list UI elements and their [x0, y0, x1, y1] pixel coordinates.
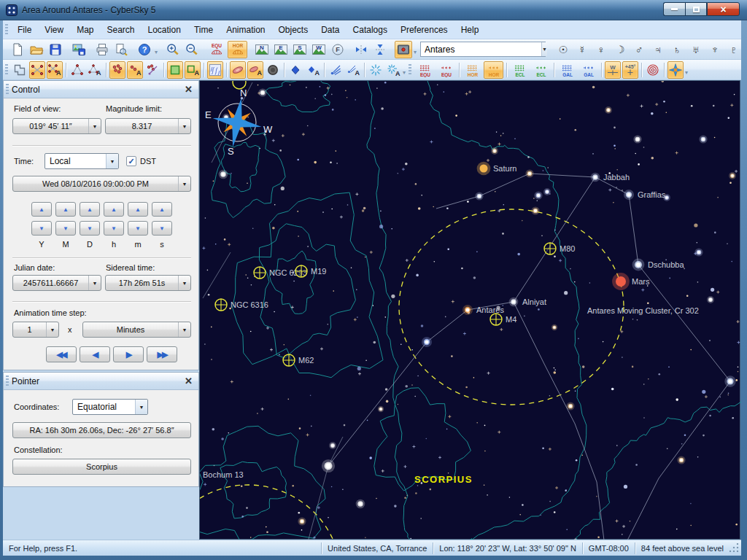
- equatorial-grid-icon[interactable]: EQU: [415, 61, 435, 79]
- spin-down-D[interactable]: ▼: [80, 221, 100, 236]
- step-forward-button[interactable]: ▶: [113, 346, 144, 362]
- horizon-mode-icon[interactable]: HOR: [228, 41, 247, 58]
- face-nadir-icon[interactable]: F: [329, 41, 347, 58]
- menu-item-animation[interactable]: Animation: [220, 22, 271, 38]
- spin-up-Y[interactable]: ▲: [31, 202, 52, 217]
- toolbar-grip[interactable]: [409, 64, 411, 76]
- flip-horizontal-icon[interactable]: [352, 41, 370, 58]
- spin-down-Y[interactable]: ▼: [31, 221, 52, 236]
- horizon-grid-icon[interactable]: HOR: [462, 61, 482, 79]
- pointer-panel-grip[interactable]: [6, 376, 9, 387]
- open-file-icon[interactable]: [28, 41, 45, 58]
- spin-down-M[interactable]: ▼: [55, 221, 76, 236]
- asterism-lines-icon[interactable]: [69, 61, 85, 79]
- menu-item-catalogs[interactable]: Catalogs: [347, 22, 394, 38]
- zoom-out-icon[interactable]: [183, 41, 201, 58]
- coordinates-combo[interactable]: Equatorial▼: [72, 399, 148, 415]
- track-object-icon[interactable]: [395, 41, 412, 58]
- cardinal-points-icon[interactable]: W: [605, 61, 621, 79]
- comet-labels-icon[interactable]: A: [345, 61, 361, 79]
- fov-circles-icon[interactable]: [645, 61, 661, 79]
- fast-backward-button[interactable]: ◀◀: [46, 346, 77, 362]
- julian-date-dropdown[interactable]: 2457611.66667▼: [12, 275, 101, 291]
- new-document-icon[interactable]: [9, 41, 26, 58]
- ecliptic-line-icon[interactable]: ECL: [531, 61, 551, 79]
- menu-item-map[interactable]: Map: [70, 22, 100, 38]
- save-file-icon[interactable]: [47, 41, 64, 58]
- constellation-boundaries-icon[interactable]: [12, 61, 28, 79]
- datetime-dropdown[interactable]: Wed 08/10/2016 09:00:00 PM▼: [12, 176, 191, 192]
- toolbar-grip[interactable]: [5, 64, 8, 76]
- sun-button[interactable]: ☉: [554, 41, 572, 58]
- dso-symbol-m4[interactable]: [490, 314, 502, 325]
- pointer-position-button[interactable]: RA: 16h 30m 26.06s, Dec: -26° 27′ 56.8″: [12, 422, 191, 438]
- constellation-labels-icon[interactable]: A: [47, 61, 63, 79]
- galaxies-icon[interactable]: [230, 61, 246, 79]
- altitude-marks-icon[interactable]: +45°: [622, 61, 638, 79]
- magnitude-limit-dropdown[interactable]: 8.317▼: [105, 118, 191, 134]
- constellation-value-button[interactable]: Scorpius: [12, 459, 191, 475]
- star-map[interactable]: NGC 6293M19NGC 6316M62M80M4SaturnMarsJab…: [199, 80, 740, 540]
- dark-nebulae-icon[interactable]: [265, 61, 281, 79]
- spin-down-h[interactable]: ▼: [104, 221, 124, 236]
- meteor-radiants-icon[interactable]: [368, 61, 384, 79]
- menu-item-data[interactable]: Data: [314, 22, 346, 38]
- ecliptic-grid-icon[interactable]: ECL: [510, 61, 530, 79]
- minimize-button[interactable]: [663, 2, 685, 16]
- face-west-icon[interactable]: W: [310, 41, 328, 58]
- zoom-in-icon[interactable]: [164, 41, 182, 58]
- dso-symbol-m62[interactable]: [283, 354, 295, 366]
- planetary-nebula-labels-icon[interactable]: A: [305, 61, 321, 79]
- time-mode-combo[interactable]: Local▼: [44, 153, 119, 169]
- asterism-labels-icon[interactable]: A: [87, 61, 103, 79]
- pluto-button[interactable]: ♇: [725, 41, 743, 58]
- pointer-panel-close-icon[interactable]: ✕: [185, 376, 193, 386]
- constellation-lines-icon[interactable]: [29, 61, 45, 79]
- title-bar[interactable]: Area Around Antares - CyberSky 5 ×: [0, 0, 747, 20]
- menu-item-time[interactable]: Time: [187, 22, 220, 38]
- menu-item-search[interactable]: Search: [100, 22, 141, 38]
- search-input[interactable]: [421, 44, 541, 55]
- planetary-nebulae-icon[interactable]: [287, 61, 303, 79]
- print-preview-icon[interactable]: [112, 41, 130, 58]
- toolbar-overflow-icon[interactable]: ▾: [414, 49, 417, 55]
- equatorial-mode-icon[interactable]: EQU: [206, 41, 226, 58]
- print-icon[interactable]: [93, 41, 111, 58]
- menu-item-view[interactable]: View: [38, 22, 70, 38]
- comets-icon[interactable]: [328, 61, 344, 79]
- animation-step-dropdown[interactable]: 1▼: [12, 322, 59, 338]
- sidereal-time-dropdown[interactable]: 17h 26m 51s▼: [105, 275, 191, 291]
- control-panel-header[interactable]: Control ✕: [4, 81, 198, 98]
- dso-symbol-ngc-6293[interactable]: [254, 267, 266, 279]
- mars-button[interactable]: ♂: [630, 41, 648, 58]
- menu-item-objects[interactable]: Objects: [272, 22, 315, 38]
- menu-grip[interactable]: [5, 24, 8, 36]
- galactic-grid-icon[interactable]: GAL: [557, 61, 577, 79]
- moon-button[interactable]: ☽: [611, 41, 629, 58]
- help-icon[interactable]: ?: [136, 41, 153, 58]
- nebula-labels-icon[interactable]: A: [185, 61, 201, 79]
- fast-forward-button[interactable]: ▶▶: [147, 346, 177, 362]
- spin-up-m[interactable]: ▲: [128, 202, 148, 217]
- toolbar-overflow-icon[interactable]: ▾: [685, 69, 688, 76]
- neptune-button[interactable]: ♆: [706, 41, 724, 58]
- resize-grip[interactable]: [729, 543, 740, 553]
- face-north-icon[interactable]: N: [253, 41, 271, 58]
- menu-item-file[interactable]: File: [11, 22, 38, 38]
- maximize-button[interactable]: [685, 2, 707, 16]
- control-panel-grip[interactable]: [6, 84, 9, 96]
- field-of-view-dropdown[interactable]: 019° 45′ 11″▼: [12, 118, 101, 134]
- dso-symbol-m19[interactable]: [295, 265, 307, 277]
- dso-symbol-ngc-6316[interactable]: [215, 299, 227, 311]
- star-cluster-pointer-icon[interactable]: [144, 61, 160, 79]
- toolbar-overflow-icon[interactable]: ▾: [155, 49, 158, 55]
- menu-item-location[interactable]: Location: [142, 22, 187, 38]
- galactic-line-icon[interactable]: GAL: [578, 61, 598, 79]
- equatorial-line-icon[interactable]: EQU: [436, 61, 456, 79]
- dst-checkbox[interactable]: ✓: [126, 156, 136, 166]
- spin-up-D[interactable]: ▲: [80, 202, 100, 217]
- horizon-line-icon[interactable]: HOR: [484, 61, 503, 79]
- galaxy-labels-icon[interactable]: A: [247, 61, 263, 79]
- menu-item-help[interactable]: Help: [454, 22, 486, 38]
- uranus-button[interactable]: ♅: [687, 41, 705, 58]
